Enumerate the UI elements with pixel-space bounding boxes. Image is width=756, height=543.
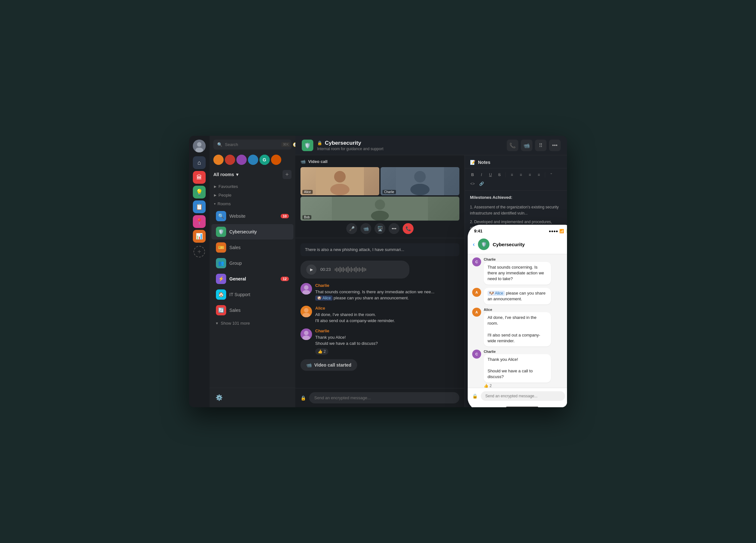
reaction-thumbsup[interactable]: 👍 2 [315, 348, 328, 355]
camera-button[interactable]: 📹 [360, 223, 371, 234]
toolbar-divider [505, 172, 506, 177]
more-controls-button[interactable]: ••• [389, 223, 399, 234]
sidebar-item-website[interactable]: 🔍 Website 10 [211, 209, 293, 224]
search-input[interactable] [225, 142, 279, 147]
search-keyboard-shortcut: ⌘K [281, 142, 290, 147]
avatar-user4[interactable] [248, 155, 258, 165]
apps-button[interactable]: ⠿ [535, 140, 546, 151]
msg-content-charlie-2: Charlie Thank you Alice! Should we have … [315, 328, 459, 355]
underline-button[interactable]: U [487, 171, 494, 179]
phone-call-button[interactable]: 📞 [507, 140, 518, 151]
phone-home-bar [468, 404, 567, 407]
quote-button[interactable]: " [547, 171, 555, 179]
general-badge: 12 [281, 276, 289, 281]
location-icon[interactable]: 📍 [193, 215, 206, 228]
play-button[interactable]: ▶ [306, 265, 316, 275]
avatar-user5[interactable]: G [259, 155, 270, 165]
msg-text-charlie-1: That sounds concerning. Is there any imm… [315, 289, 459, 301]
search-bar[interactable]: 🔍 ⌘K 🧭 [213, 140, 292, 150]
user-avatar[interactable] [193, 140, 206, 152]
italic-button[interactable]: I [478, 171, 485, 179]
phone-avatar-alice-2: A [472, 308, 481, 317]
phone-input-area: 🔒 ▶ [468, 388, 567, 404]
ordered-list-button[interactable]: ≡ [517, 171, 525, 179]
people-label: People [218, 193, 231, 198]
notes-item-1: 1. Assessment of the organization's exis… [470, 204, 562, 217]
avatar-alice[interactable] [213, 155, 224, 165]
avatar-user6[interactable] [271, 155, 281, 165]
video-panel: 📹 Video call [295, 155, 464, 238]
phone-msg-name-alice: Alice [484, 308, 551, 311]
screen-share-button[interactable]: 🖥️ [374, 223, 385, 234]
sidebar-item-label: Website [229, 214, 245, 219]
clipboard-icon[interactable]: 📋 [193, 201, 206, 213]
room-icon: 🛡️ [302, 140, 313, 151]
video-panel-header: 📹 Video call [300, 159, 459, 164]
bulb-icon[interactable]: 💡 [193, 186, 206, 199]
video-call-button[interactable]: 📹 [521, 140, 532, 151]
audio-duration: 00:23 [320, 267, 331, 272]
add-workspace-icon[interactable]: + [193, 246, 205, 258]
msg-sender-charlie: Charlie [315, 283, 459, 288]
add-room-button[interactable]: + [283, 170, 292, 179]
mention-alice: 🐶 Alice [315, 295, 333, 300]
settings-button[interactable]: ⚙️ [213, 392, 225, 403]
phone-msg-charlie-1: C Charlie That sounds concerning. Is the… [472, 258, 567, 284]
svg-point-1 [197, 142, 201, 147]
rooms-label: Rooms [218, 202, 231, 206]
home-icon[interactable]: ⌂ [193, 156, 206, 169]
active-users-bar: G [210, 153, 295, 168]
sidebar-item-group[interactable]: 👥 Group [211, 256, 293, 271]
people-group[interactable]: ▶ People [210, 191, 295, 200]
msg-sender-alice: Alice [315, 306, 459, 310]
sidebar-item-sales2[interactable]: 🔄 Sales [211, 302, 293, 318]
show-more-button[interactable]: ▾ Show 101 more [211, 318, 293, 328]
favourites-group[interactable]: ▶ Favourites [210, 182, 295, 191]
phone-msg-content-alice-1: Alice All done, I've shared in the room.… [484, 308, 551, 346]
svg-point-11 [410, 184, 430, 195]
bob-video [300, 197, 459, 221]
message-input[interactable] [309, 392, 459, 403]
list-button[interactable]: ≡ [508, 171, 516, 179]
msg-text-charlie-2: Thank you Alice! Should we have a call t… [315, 334, 459, 347]
sidebar-item-cybersecurity[interactable]: 🛡️ Cybersecurity [211, 224, 293, 240]
mic-button[interactable]: 🎤 [346, 223, 357, 234]
it-support-icon: 🏠 [216, 289, 226, 300]
sidebar-item-sales1[interactable]: 🎫 Sales [211, 240, 293, 255]
sidebar-item-label: Sales [229, 308, 241, 313]
phone-time: 9:41 [474, 229, 482, 234]
link-button[interactable]: 🔗 [478, 180, 485, 188]
outdent-button[interactable]: ≡ [535, 171, 543, 179]
avatar-user3[interactable] [236, 155, 247, 165]
strikethrough-button[interactable]: S [496, 171, 503, 179]
sidebar-item-label: Sales [229, 245, 241, 250]
back-button[interactable]: ‹ [473, 241, 475, 248]
signal-bars: ●●●● [549, 229, 558, 234]
all-rooms-label: All rooms [213, 172, 234, 177]
building-icon[interactable]: 🏛 [193, 171, 206, 184]
end-call-button[interactable]: 📞 [403, 223, 414, 234]
msg-content-charlie-1: Charlie That sounds concerning. Is there… [315, 283, 459, 301]
sidebar-item-label: IT Support [229, 292, 250, 297]
phone-avatar-charlie: C [472, 258, 481, 267]
phone-bubble-charlie-2: Thank you Alice! Should we have a call t… [484, 354, 551, 382]
phone-msg-content-charlie-1: Charlie That sounds concerning. Is there… [484, 258, 551, 284]
avatar-charlie-2 [300, 328, 312, 340]
room-subtitle: Internal room for guidance and support [317, 147, 503, 151]
svg-point-13 [375, 200, 385, 210]
rooms-group[interactable]: ▾ Rooms [210, 200, 295, 208]
more-options-button[interactable]: ••• [549, 140, 561, 151]
avatar-user2[interactable] [225, 155, 235, 165]
sidebar-item-it-support[interactable]: 🏠 IT Support [211, 287, 293, 302]
phone-avatar-charlie-2: C [472, 350, 481, 358]
phishing-message: There is also a new phishing attack, I h… [300, 243, 459, 256]
all-rooms-button[interactable]: All rooms ▾ [213, 172, 238, 177]
indent-button[interactable]: ≡ [526, 171, 534, 179]
phone-room-name: Cybersecurity [493, 242, 567, 247]
sidebar-item-general[interactable]: ⚡ General 12 [211, 271, 293, 286]
code-button[interactable]: <> [469, 180, 476, 188]
phone-message-input[interactable] [481, 391, 565, 401]
bold-button[interactable]: B [469, 171, 476, 179]
msg-sender-charlie-2: Charlie [315, 328, 459, 333]
chart-icon[interactable]: 📊 [193, 230, 206, 243]
